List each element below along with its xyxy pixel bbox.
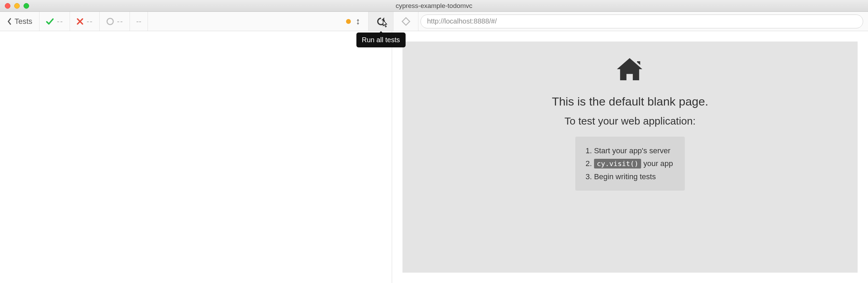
selector-playground-button[interactable] — [393, 12, 418, 31]
pending-value: -- — [117, 17, 124, 26]
blank-subheading: To test your web application: — [565, 115, 696, 127]
check-icon — [46, 17, 54, 26]
duration: -- — [130, 12, 148, 31]
runner-body: This is the default blank page. To test … — [0, 31, 868, 283]
home-icon — [615, 55, 645, 86]
steps-box: Start your app's server cy.visit() your … — [575, 137, 685, 191]
passed-value: -- — [57, 17, 63, 26]
step-1: Start your app's server — [594, 144, 673, 157]
circle-icon — [106, 17, 114, 26]
back-label: Tests — [15, 17, 32, 26]
zoom-window-button[interactable] — [24, 3, 29, 9]
pending-count: -- — [100, 12, 130, 31]
run-all-tests-button[interactable]: Run all tests — [369, 12, 393, 31]
url-container: http://localhost:8888/#/ — [418, 12, 868, 31]
blank-page: This is the default blank page. To test … — [402, 42, 858, 273]
url-input[interactable]: http://localhost:8888/#/ — [420, 15, 863, 28]
toolbar-spacer: ↕ — [148, 12, 369, 31]
failed-count: -- — [70, 12, 100, 31]
run-all-tooltip: Run all tests — [356, 33, 405, 47]
blank-heading: This is the default blank page. — [552, 95, 708, 108]
pointer-cursor-icon — [380, 19, 390, 29]
svg-point-0 — [107, 18, 113, 25]
passed-count: -- — [39, 12, 70, 31]
runner-toolbar: Tests -- -- -- -- ↕ Run all tests http:/… — [0, 12, 868, 31]
close-window-button[interactable] — [5, 3, 10, 9]
command-log-panel — [0, 31, 392, 283]
traffic-lights — [5, 3, 29, 9]
step-2-code: cy.visit() — [594, 159, 641, 168]
step-3: Begin writing tests — [594, 170, 673, 183]
step-2: cy.visit() your app — [594, 157, 673, 170]
window-titlebar: cypress-example-todomvc — [0, 0, 868, 12]
step-2-suffix: your app — [641, 159, 673, 168]
back-to-tests-button[interactable]: Tests — [0, 12, 39, 31]
status-dot-icon — [346, 19, 351, 24]
chevron-left-icon — [7, 17, 12, 26]
minimize-window-button[interactable] — [14, 3, 20, 9]
duration-value: -- — [136, 17, 141, 26]
viewport-resize-icon[interactable]: ↕ — [356, 16, 362, 27]
aut-panel: This is the default blank page. To test … — [392, 31, 868, 283]
failed-value: -- — [87, 17, 93, 26]
window-title: cypress-example-todomvc — [396, 2, 472, 10]
url-text: http://localhost:8888/#/ — [427, 17, 497, 25]
x-icon — [76, 18, 84, 25]
crosshair-icon — [401, 17, 410, 26]
